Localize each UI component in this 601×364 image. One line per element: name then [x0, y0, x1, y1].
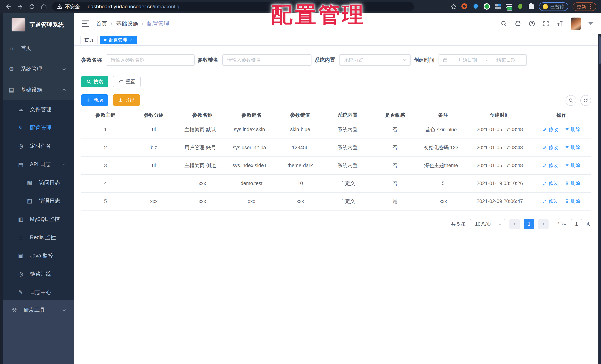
edit-icon: [543, 145, 547, 150]
tab-config-management[interactable]: 配置管理: [100, 36, 137, 44]
extension-blue-pin-icon[interactable]: [472, 3, 479, 10]
next-page-button[interactable]: [538, 219, 549, 229]
extension-green-check-icon[interactable]: [484, 3, 490, 10]
hamburger-icon[interactable]: [82, 20, 89, 27]
sidebar-item-home[interactable]: ⌂ 首页: [0, 38, 74, 59]
download-icon: [118, 98, 123, 102]
delete-link[interactable]: 删除: [565, 198, 580, 204]
export-button[interactable]: 导出: [113, 94, 140, 106]
create-button[interactable]: 新增: [81, 94, 108, 106]
fullscreen-icon[interactable]: [543, 20, 549, 27]
home-icon[interactable]: [40, 3, 47, 10]
font-size-icon[interactable]: [557, 20, 563, 27]
edit-link[interactable]: 修改: [543, 162, 558, 169]
sidebar: 芋道管理系统 ⌂ 首页 ⚙ 系统管理 ▤ 基础设施: [0, 13, 74, 364]
home-menu-icon: ⌂: [8, 45, 15, 51]
sidebar-item-system-management[interactable]: ⚙ 系统管理: [0, 59, 74, 79]
col-create-time: 创建时间: [468, 109, 532, 121]
extensions-puzzle-icon[interactable]: [528, 3, 534, 10]
start-date-placeholder: 开始日期: [451, 57, 484, 63]
reload-icon[interactable]: [29, 3, 35, 10]
sidebar-logo-row[interactable]: 芋道管理系统: [0, 13, 74, 31]
scrollbar-thumb[interactable]: [599, 36, 601, 64]
tab-home[interactable]: 首页: [80, 36, 98, 44]
breadcrumb-current: 配置管理: [147, 20, 169, 28]
sidebar-item-mysql-monitor[interactable]: ▥ MySQL 监控: [3, 210, 74, 228]
edit-link[interactable]: 修改: [543, 198, 558, 204]
filter-form: 参数名称 参数键名 系统内置 系统内置 创建时间 开始日期 - 结束日期: [81, 54, 591, 66]
builtin-select[interactable]: 系统内置: [339, 54, 411, 66]
prev-page-button[interactable]: [510, 219, 520, 229]
search-icon[interactable]: [501, 20, 507, 27]
delete-link[interactable]: 删除: [565, 162, 580, 169]
cell-actions: 修改 删除: [532, 157, 591, 174]
current-page-button[interactable]: 1: [524, 219, 534, 229]
cell-param-key: sys.index.skin...: [227, 121, 277, 139]
browser-update-button[interactable]: 更新: [572, 2, 596, 11]
edit-icon: [543, 199, 547, 203]
goto-page-input[interactable]: [571, 219, 582, 229]
goto-label: 前往: [557, 221, 567, 227]
delete-icon: [565, 181, 569, 185]
profile-paused-pill[interactable]: 已暂停: [539, 2, 568, 11]
delete-link[interactable]: 删除: [565, 126, 580, 133]
sidebar-item-scheduled-tasks[interactable]: ◷ 定时任务: [3, 137, 74, 155]
search-button[interactable]: 搜索: [81, 76, 108, 87]
param-name-input[interactable]: [106, 54, 195, 66]
param-key-input[interactable]: [222, 54, 311, 66]
cell-param-key: demo.test: [227, 174, 277, 192]
action-button-row: 新增 导出: [81, 94, 591, 106]
bookmark-star-icon[interactable]: [450, 3, 457, 10]
github-icon[interactable]: [515, 20, 521, 27]
back-icon[interactable]: [5, 3, 12, 10]
sidebar-item-access-logs[interactable]: ▧ 访问日志: [3, 173, 74, 192]
sidebar-item-log-center[interactable]: ✎ 日志中心: [3, 283, 74, 301]
extension-grid-icon[interactable]: [495, 3, 501, 10]
sidebar-item-error-logs[interactable]: ▨ 错误日志: [3, 192, 74, 210]
sidebar-item-api-logs[interactable]: ▤ API 日志: [3, 155, 74, 173]
sidebar-item-file-management[interactable]: ☁ 文件管理: [3, 100, 74, 119]
sidebar-item-dev-tools[interactable]: ⚒ 研发工具: [3, 300, 74, 320]
breadcrumb-home[interactable]: 首页: [96, 20, 107, 28]
extension-sprout-icon[interactable]: [517, 3, 523, 10]
page-scrollbar[interactable]: [598, 34, 601, 364]
cell-param-value: theme-dark: [276, 157, 324, 174]
col-param-name: 参数名称: [178, 109, 227, 121]
refresh-table-button[interactable]: [580, 95, 591, 106]
edit-link[interactable]: 修改: [543, 180, 558, 187]
chrome-menu-dots-icon[interactable]: [589, 4, 593, 10]
cell-sensitive: 是: [371, 192, 419, 210]
edit-link[interactable]: 修改: [543, 144, 558, 151]
toggle-search-button[interactable]: [566, 95, 576, 106]
user-avatar[interactable]: [571, 18, 581, 30]
cell-param-key: sys.index.sideT...: [227, 157, 277, 174]
delete-link[interactable]: 删除: [565, 144, 580, 151]
cell-remark: 蓝色 skin-blue...: [419, 121, 468, 139]
user-menu-caret-icon[interactable]: [589, 22, 593, 25]
sidebar-item-trace[interactable]: ◎ 链路追踪: [3, 265, 74, 283]
forward-icon[interactable]: [17, 3, 24, 10]
delete-link[interactable]: 删除: [565, 180, 580, 187]
infrastructure-submenu: ☁ 文件管理 ✎ 配置管理 ◷ 定时任务 ▤ API 日志: [3, 100, 74, 301]
sidebar-bottom-section: ⚒ 研发工具: [3, 300, 74, 364]
close-icon[interactable]: [130, 38, 133, 42]
logo-image: [12, 18, 25, 31]
breadcrumb-separator: /: [142, 20, 143, 27]
edit-link[interactable]: 修改: [543, 126, 558, 133]
sidebar-item-config-management[interactable]: ✎ 配置管理: [3, 119, 74, 137]
cell-param-name: 主框架页-侧边...: [178, 157, 227, 174]
app-title: 芋道管理系统: [30, 21, 64, 29]
extension-orange-ring-icon[interactable]: [461, 3, 468, 10]
sidebar-item-redis-monitor[interactable]: ≣ Redis 监控: [3, 228, 74, 247]
col-param-id: 参数主键: [81, 109, 130, 121]
chevron-left-icon: [512, 222, 517, 226]
help-icon[interactable]: [529, 20, 535, 27]
page-size-select[interactable]: 10条/页: [470, 219, 505, 229]
reset-button[interactable]: 重置: [113, 76, 141, 87]
extension-on-badge-icon[interactable]: on: [506, 3, 512, 10]
security-warning-icon[interactable]: [57, 4, 62, 10]
sidebar-item-infrastructure[interactable]: ▤ 基础设施: [0, 79, 74, 100]
create-time-range-picker[interactable]: 开始日期 - 结束日期: [439, 54, 527, 66]
breadcrumb-infrastructure[interactable]: 基础设施: [116, 20, 138, 28]
sidebar-item-java-monitor[interactable]: ▣ Java 监控: [3, 247, 74, 265]
